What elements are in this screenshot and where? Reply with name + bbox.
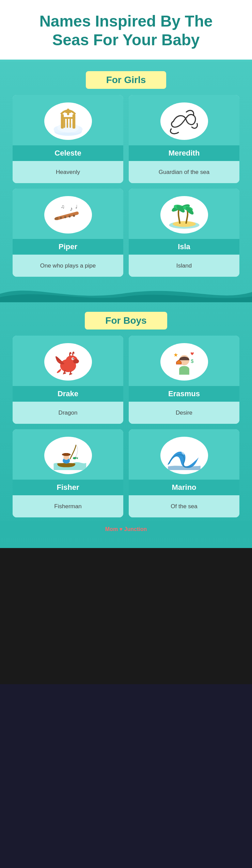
isla-meaning: Island: [129, 255, 239, 277]
piper-meaning: One who plays a pipe: [13, 255, 123, 277]
island-icon: [166, 200, 203, 229]
meredith-name: Meredith: [129, 145, 239, 161]
isla-icon-area: [129, 189, 239, 239]
footer-heart-icon: ♥: [120, 526, 123, 532]
svg-point-33: [73, 358, 74, 359]
wave-svg: [0, 284, 252, 302]
svg-text:♪: ♪: [70, 206, 73, 212]
drake-name: Drake: [13, 386, 123, 402]
meredith-icon-area: [129, 95, 239, 145]
celeste-icon-area: [13, 95, 123, 145]
celeste-name: Celeste: [13, 145, 123, 161]
card-meredith: Meredith Guardian of the sea: [129, 95, 239, 183]
svg-rect-9: [66, 118, 68, 128]
card-erasmus: ★ $ Erasmus Desire: [129, 336, 239, 424]
svg-text:$: $: [191, 358, 194, 364]
erasmus-icon-area: ★ $: [129, 336, 239, 386]
card-fisher: Fisher Fisherman: [13, 429, 123, 517]
erasmus-meaning: Desire: [129, 402, 239, 424]
piper-icon-circle: ♪ ♫ ♩: [44, 196, 92, 234]
girls-section-label-wrap: For Girls: [13, 71, 239, 89]
svg-text:♩: ♩: [75, 204, 78, 209]
svg-point-14: [64, 216, 66, 218]
bigwave-icon: [166, 441, 203, 470]
svg-text:♫: ♫: [61, 204, 64, 209]
fishing-icon: [49, 441, 87, 470]
erasmus-name: Erasmus: [129, 386, 239, 402]
svg-rect-11: [61, 117, 75, 119]
boys-grid: Drake Dragon: [13, 336, 239, 517]
svg-point-22: [173, 221, 196, 227]
marino-meaning: Of the sea: [129, 495, 239, 517]
isla-name: Isla: [129, 239, 239, 255]
marino-icon-circle: [160, 437, 208, 474]
isla-icon-circle: [160, 196, 208, 234]
bottom-dark-area: [0, 548, 252, 684]
svg-rect-7: [65, 111, 71, 113]
wave-divider: [0, 284, 252, 302]
svg-rect-10: [69, 118, 71, 128]
drake-icon-circle: [44, 343, 92, 381]
svg-rect-8: [64, 118, 65, 128]
card-piper: ♪ ♫ ♩ Piper One who plays a pipe: [13, 189, 123, 277]
card-isla: Isla Island: [129, 189, 239, 277]
fisher-icon-circle: [44, 437, 92, 474]
heaven-icon: [49, 107, 87, 136]
svg-rect-40: [64, 453, 68, 455]
flute-icon: ♪ ♫ ♩: [49, 200, 87, 229]
erasmus-icon-circle: ★ $: [160, 343, 208, 381]
wave-swirl-icon: [166, 107, 203, 136]
svg-point-16: [73, 214, 75, 216]
boys-section-label-wrap: For Boys: [13, 312, 239, 329]
fisher-meaning: Fisherman: [13, 495, 123, 517]
meredith-icon-circle: [160, 102, 208, 140]
drake-icon-area: [13, 336, 123, 386]
footer: Mom ♥ Junction: [0, 521, 252, 538]
header-title: Names Inspired By The Seas For Your Baby: [20, 12, 232, 49]
girls-section-label: For Girls: [86, 71, 167, 89]
svg-rect-12: [55, 211, 79, 220]
card-celeste: Celeste Heavenly: [13, 95, 123, 183]
girls-grid: Celeste Heavenly Meredith Guardian of th…: [13, 95, 239, 277]
footer-brand: Mom: [105, 526, 118, 532]
person-icon: ★ $: [166, 348, 203, 376]
piper-name: Piper: [13, 239, 123, 255]
marino-name: Marino: [129, 480, 239, 495]
celeste-meaning: Heavenly: [13, 161, 123, 183]
header: Names Inspired By The Seas For Your Baby: [0, 0, 252, 62]
svg-point-15: [68, 215, 70, 217]
svg-rect-5: [72, 114, 75, 129]
celeste-icon-circle: [44, 102, 92, 140]
svg-rect-4: [61, 114, 64, 129]
marino-icon-area: [129, 429, 239, 480]
boys-section-label: For Boys: [85, 312, 167, 329]
svg-point-31: [73, 359, 79, 364]
dragon-icon: [49, 348, 87, 376]
drake-meaning: Dragon: [13, 402, 123, 424]
piper-icon-area: ♪ ♫ ♩: [13, 189, 123, 239]
svg-point-13: [60, 217, 62, 219]
fisher-icon-area: [13, 429, 123, 480]
card-drake: Drake Dragon: [13, 336, 123, 424]
infographic: Names Inspired By The Seas For Your Baby…: [0, 0, 252, 548]
card-marino: Marino Of the sea: [129, 429, 239, 517]
fisher-name: Fisher: [13, 480, 123, 495]
footer-brand2: Junction: [124, 526, 147, 532]
svg-text:★: ★: [173, 352, 178, 357]
meredith-meaning: Guardian of the sea: [129, 161, 239, 183]
